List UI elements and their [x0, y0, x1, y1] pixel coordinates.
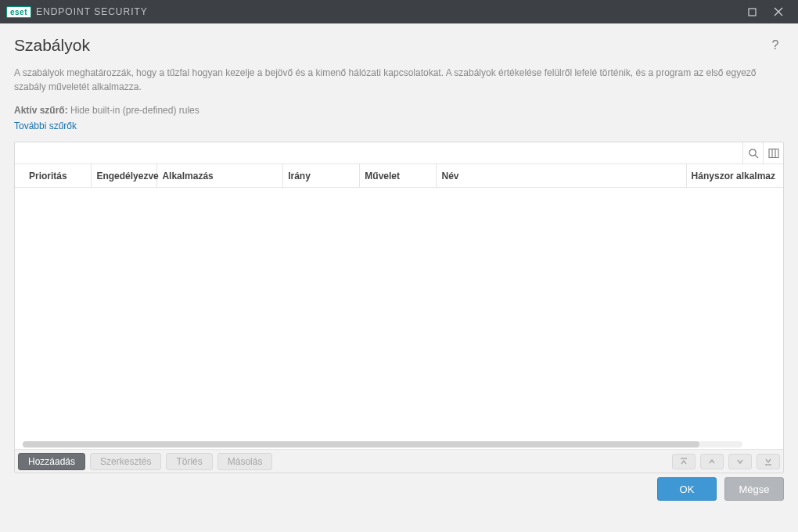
move-up-button	[700, 454, 724, 469]
dialog-footer: OK Mégse	[0, 469, 798, 509]
maximize-button[interactable]	[739, 0, 765, 23]
move-bottom-button	[757, 454, 780, 469]
table-body	[15, 188, 783, 443]
table-header: Prioritás Engedélyezve Alkalmazás Irány …	[15, 164, 783, 188]
arrow-top-icon	[678, 457, 689, 466]
active-filter-value: Hide built-in (pre-defined) rules	[70, 105, 200, 116]
close-button[interactable]	[765, 0, 792, 23]
help-icon: ?	[772, 38, 779, 52]
delete-button: Törlés	[166, 453, 212, 470]
col-application[interactable]: Alkalmazás	[157, 164, 283, 187]
columns-icon	[768, 148, 779, 159]
svg-rect-5	[769, 149, 778, 157]
table-toolbar	[15, 142, 783, 164]
copy-button: Másolás	[217, 453, 273, 470]
page-title: Szabályok	[14, 36, 90, 55]
rules-panel: Prioritás Engedélyezve Alkalmazás Irány …	[14, 142, 784, 473]
move-down-button	[728, 454, 752, 469]
active-filter: Aktív szűrő: Hide built-in (pre-defined)…	[14, 105, 784, 116]
col-enabled[interactable]: Engedélyezve	[92, 164, 157, 187]
close-icon	[774, 7, 783, 16]
svg-point-3	[749, 149, 755, 155]
add-button[interactable]: Hozzáadás	[18, 453, 85, 470]
ok-button[interactable]: OK	[657, 477, 717, 501]
svg-rect-0	[749, 9, 756, 16]
maximize-icon	[748, 8, 757, 16]
col-priority[interactable]: Prioritás	[15, 164, 92, 187]
search-button[interactable]	[742, 142, 763, 164]
active-filter-label: Aktív szűrő:	[14, 105, 68, 116]
columns-button[interactable]	[763, 142, 783, 164]
hscrollbar-track[interactable]	[23, 441, 742, 448]
help-button[interactable]: ?	[767, 37, 784, 54]
edit-button: Szerkesztés	[90, 453, 161, 470]
dialog-content: Szabályok ? A szabályok meghatározzák, h…	[0, 23, 798, 509]
arrow-down-icon	[735, 457, 746, 466]
arrow-up-icon	[706, 457, 717, 466]
product-name: ENDPOINT SECURITY	[36, 6, 148, 17]
hscrollbar-thumb[interactable]	[23, 441, 699, 448]
titlebar: eset ENDPOINT SECURITY	[0, 0, 798, 23]
svg-line-4	[755, 155, 758, 158]
col-times-applied[interactable]: Hányszor alkalmaz	[687, 164, 783, 187]
move-top-button	[672, 454, 696, 469]
arrow-bottom-icon	[763, 457, 774, 466]
more-filters-link[interactable]: További szűrők	[14, 120, 77, 131]
search-icon	[748, 148, 759, 159]
page-description: A szabályok meghatározzák, hogy a tűzfal…	[14, 66, 781, 94]
col-direction[interactable]: Irány	[283, 164, 360, 187]
col-action[interactable]: Művelet	[360, 164, 437, 187]
col-name[interactable]: Név	[437, 164, 686, 187]
brand-badge: eset	[6, 6, 31, 18]
cancel-button[interactable]: Mégse	[724, 477, 784, 501]
